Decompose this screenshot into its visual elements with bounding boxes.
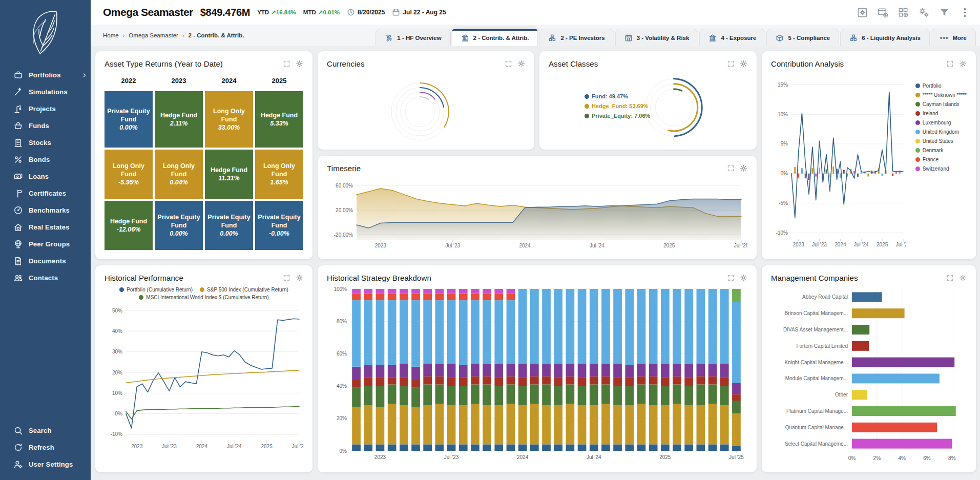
sidebar-item-benchmarks[interactable]: Benchmarks [0, 202, 91, 219]
legend-dot [915, 93, 920, 97]
topbar-icon-group [857, 0, 971, 25]
sidebar-item-search[interactable]: Search [0, 422, 91, 439]
gears-icon[interactable] [918, 7, 930, 18]
legend-item[interactable]: Hedge_Fund: 53.69% [585, 103, 650, 109]
document-icon [13, 256, 23, 266]
svg-text:2023: 2023 [131, 444, 143, 449]
svg-text:Quantum Capital Manage...: Quantum Capital Manage... [785, 425, 848, 430]
svg-text:50%: 50% [112, 308, 122, 314]
tab-6-liquidity-analysis[interactable]: 6 - Liquidity Analysis [840, 29, 930, 46]
kebab-menu-icon[interactable] [959, 7, 971, 18]
legend-item[interactable]: Luxembourg [915, 120, 967, 126]
legend-item[interactable]: ***** Unknown ***** [915, 92, 967, 98]
legend-item[interactable]: Switzerland [915, 166, 967, 172]
clock-icon [347, 8, 355, 16]
expand-icon[interactable] [283, 60, 290, 68]
sidebar-item-certificates[interactable]: Certificates [0, 185, 91, 202]
legend-item[interactable]: Fund: 49.47% [585, 93, 650, 99]
tab-1-hf-overview[interactable]: 1 - HF Overview [376, 29, 450, 46]
sidebar-item-peer-groups[interactable]: Peer Groups [0, 236, 91, 253]
filter-icon[interactable] [939, 7, 950, 18]
gear-icon[interactable] [740, 164, 747, 172]
tab-3-volatility-risk[interactable]: 3 - Volatility & Risk [615, 29, 699, 46]
chevron-right-icon [81, 72, 88, 78]
svg-text:2025: 2025 [877, 242, 888, 247]
tab-2-pe-investors[interactable]: 2 - PE Investors [539, 29, 614, 46]
wand-icon [13, 87, 23, 97]
legend-item[interactable]: United States [915, 138, 967, 144]
dashboard-settings-icon[interactable] [857, 7, 868, 18]
management-companies-chart: 0%2%4%6%8%Abbey Road CapitalBrinson Capi… [771, 285, 967, 464]
sidebar-item-bonds[interactable]: Bonds [0, 151, 91, 168]
gear-icon[interactable] [296, 274, 303, 282]
tab-2-contrib-attrib[interactable]: 2 - Contrib. & Attrib. [452, 29, 538, 46]
tab-4-exposure[interactable]: 4 - Exposure [699, 29, 765, 46]
sidebar-item-refresh[interactable]: Refresh [0, 439, 91, 456]
sidebar-item-loans[interactable]: Loans [0, 168, 91, 185]
gear-icon[interactable] [296, 60, 303, 68]
building-icon [13, 138, 23, 148]
legend-item[interactable]: France [915, 157, 967, 162]
subbar: Home›Omega Seamaster›2 - Contrib. & Attr… [91, 25, 980, 46]
tab-5-compliance[interactable]: 5 - Compliance [766, 29, 839, 46]
gear-icon[interactable] [959, 274, 967, 282]
sidebar-item-portfolios[interactable]: Portfolios [0, 67, 91, 84]
svg-text:0%: 0% [340, 448, 347, 454]
gear-icon[interactable] [517, 60, 525, 68]
svg-text:2025: 2025 [663, 243, 675, 248]
gear-icon[interactable] [740, 60, 747, 68]
expand-icon[interactable] [727, 164, 735, 172]
as-of-date[interactable]: 8/20/2025 [347, 8, 385, 16]
legend-item[interactable]: Ireland [915, 111, 967, 116]
sidebar-item-funds[interactable]: Funds [0, 117, 91, 134]
sidebar-item-projects[interactable]: Projects [0, 100, 91, 117]
gear-icon[interactable] [740, 274, 747, 282]
sidebar-item-contacts[interactable]: Contacts [0, 269, 91, 286]
legend-item[interactable]: Portfolio (Cumulative Return) [119, 287, 193, 293]
legend-item[interactable]: Cayman Islands [915, 101, 967, 107]
heatmap-year-label: 2025 [255, 72, 303, 89]
legend-item[interactable]: MSCI International World Index $ (Cumula… [139, 295, 268, 300]
tab-more[interactable]: •••More [931, 29, 976, 46]
date-range-picker[interactable]: Jul 22 - Aug 25 [392, 8, 446, 16]
sidebar-item-real-estates[interactable]: Real Estates [0, 219, 91, 236]
legend-item[interactable]: Private_Equity: 7.06% [585, 113, 650, 119]
expand-icon[interactable] [946, 274, 954, 282]
card-title: Historical Strategy Breakdown [327, 274, 431, 282]
svg-text:2024: 2024 [196, 444, 208, 449]
heatmap-cell: Long Only Fund1.65% [255, 150, 303, 199]
crane-icon [13, 104, 23, 114]
breadcrumb-item[interactable]: Home [103, 32, 119, 38]
svg-text:Jul '23: Jul '23 [162, 444, 177, 449]
window-add-icon[interactable] [877, 7, 889, 18]
legend-item[interactable]: Denmark [915, 148, 967, 153]
heatmap-cell: Long Only Fund-5.95% [105, 150, 153, 199]
svg-text:Module Capital Managem...: Module Capital Managem... [785, 375, 848, 381]
card-title: Asset Classes [549, 59, 598, 68]
app-logo-leaf-icon [0, 7, 91, 57]
heatmap-cell: Private Equity Fund0.00% [105, 91, 153, 148]
sidebar-item-stocks[interactable]: Stocks [0, 134, 91, 151]
svg-text:Jul '23: Jul '23 [444, 454, 459, 460]
layout-add-icon[interactable] [898, 7, 909, 18]
expand-icon[interactable] [727, 274, 735, 282]
sidebar-item-simulations[interactable]: Simulations [0, 84, 91, 100]
page-title: Omega Seamaster [103, 6, 193, 18]
gear-icon[interactable] [959, 60, 967, 68]
heatmap-cell: Private Equity Fund0.00% [205, 201, 253, 250]
percent-icon [13, 155, 23, 164]
svg-text:Jul '23: Jul '23 [812, 242, 827, 247]
legend-item[interactable]: Portfolio [915, 83, 967, 89]
legend-item[interactable]: S&P 500 Index (Cumulative Return) [200, 287, 288, 293]
breadcrumb-item[interactable]: Omega Seamaster [129, 32, 178, 38]
sidebar-item-user-settings[interactable]: User Settings [0, 456, 91, 473]
expand-icon[interactable] [946, 60, 954, 68]
expand-icon[interactable] [505, 60, 512, 68]
card-contribution-analysis: Contribution Analysis 15%10%5%0%-5%-10%2… [762, 51, 976, 259]
sidebar-item-documents[interactable]: Documents [0, 253, 91, 269]
legend-item[interactable]: United Kingdom [915, 129, 967, 135]
expand-icon[interactable] [283, 274, 290, 282]
svg-text:Jul '24: Jul '24 [854, 242, 869, 247]
cubes-icon [548, 34, 556, 42]
expand-icon[interactable] [727, 60, 735, 68]
